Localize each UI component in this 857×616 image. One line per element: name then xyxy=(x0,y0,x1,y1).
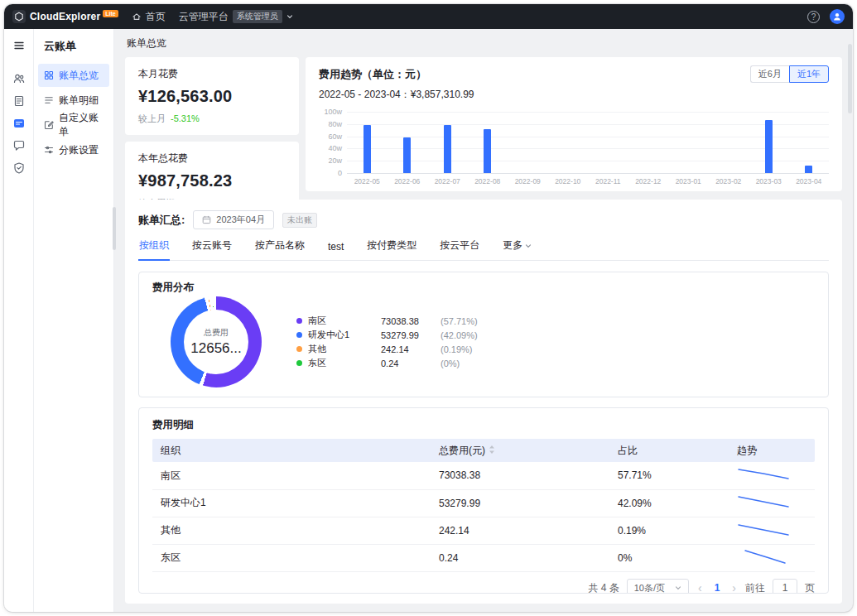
cost-donut: 总费用 12656... xyxy=(171,296,262,387)
help-icon[interactable]: ? xyxy=(807,11,820,23)
tab-3[interactable]: 按产品名称 xyxy=(254,235,306,261)
tab-1[interactable]: 按组织 xyxy=(138,235,170,261)
bar-2022-05 xyxy=(347,112,388,173)
prev-page-icon[interactable]: ‹ xyxy=(696,581,704,594)
legend-dot xyxy=(296,346,302,352)
status-badge: 未出账 xyxy=(282,213,317,228)
donut-center-value: 12656... xyxy=(190,340,241,357)
sort-icon[interactable] xyxy=(489,445,495,457)
billing-module-icon[interactable] xyxy=(8,113,30,133)
tab-5[interactable]: 按付费类型 xyxy=(366,235,417,261)
table-row[interactable]: 南区73038.3857.71% xyxy=(152,462,815,489)
donut-center: 总费用 12656... xyxy=(171,296,262,387)
bar-2023-02 xyxy=(709,112,749,173)
legend-percent: (0%) xyxy=(441,359,460,368)
table-row[interactable]: 其他242.140.19% xyxy=(152,517,815,544)
cost-trend-card: 费用趋势（单位：元） 近6月 近1年 2022-05 - 2023-04：¥3,… xyxy=(306,57,842,191)
y-tick-label: 40w xyxy=(328,144,342,152)
home-icon xyxy=(132,12,142,22)
bill-summary-card: 账单汇总: 2023年04月 未出账 按组织按云账号按产品名称test按付费类型… xyxy=(125,200,842,604)
legend-item[interactable]: 南区73038.38(57.71%) xyxy=(296,315,478,326)
edit-pencil-icon xyxy=(44,120,54,130)
x-tick-label: 2022-12 xyxy=(628,177,669,185)
trend-bar xyxy=(765,120,773,173)
module-rail xyxy=(4,29,34,612)
cost-cell: 242.14 xyxy=(431,517,609,544)
brand-name: CloudExplorer xyxy=(30,10,100,23)
resource-list-icon[interactable] xyxy=(8,91,30,111)
tab-2[interactable]: 按云账号 xyxy=(191,235,233,261)
chevron-down-icon xyxy=(286,13,293,20)
top-navbar: CloudExplorer Lite 首页 云管理平台 系统管理员 ? xyxy=(4,4,853,29)
x-tick-label: 2022-11 xyxy=(588,177,628,185)
org-cell: 东区 xyxy=(152,544,431,571)
main-content: 账单总览 本月花费 ¥126,563.00 较上月-5.31% 本年总花费 ¥9… xyxy=(114,29,853,612)
org-users-icon[interactable] xyxy=(8,69,30,89)
bar-2022-11 xyxy=(588,112,628,173)
x-tick-label: 2023-03 xyxy=(749,177,789,185)
trend-cell xyxy=(729,489,815,517)
ops-chat-icon[interactable] xyxy=(8,136,30,156)
tab-more[interactable]: 更多 xyxy=(502,235,532,261)
compare-label: 较上月 xyxy=(138,113,166,123)
next-page-icon[interactable]: › xyxy=(730,581,738,594)
x-tick-label: 2022-06 xyxy=(388,177,428,185)
bar-2022-06 xyxy=(388,112,428,173)
page-size-select[interactable]: 10条/页 xyxy=(627,579,689,594)
goto-suffix: 页 xyxy=(805,581,815,594)
cost-legend: 南区73038.38(57.71%)研发中心153279.99(42.09%)其… xyxy=(296,315,478,368)
brand-lite-badge: Lite xyxy=(103,10,118,17)
col-cost: 总费用(元) xyxy=(431,439,609,462)
x-tick-label: 2022-05 xyxy=(347,177,388,185)
goto-label: 前往 xyxy=(745,581,765,594)
x-tick-label: 2022-10 xyxy=(548,177,589,185)
monthly-cost-card: 本月花费 ¥126,563.00 较上月-5.31% xyxy=(125,57,299,135)
x-tick-label: 2023-01 xyxy=(668,177,709,185)
navbar-right: ? xyxy=(807,9,845,24)
trend-bar xyxy=(364,125,371,173)
nav-home[interactable]: 首页 xyxy=(132,4,166,29)
sidebar-item-details[interactable]: 账单明细 xyxy=(38,89,109,112)
x-tick-label: 2023-02 xyxy=(709,177,749,185)
trend-chart: 100w80w60w40w20w0 2022-052022-062022-072… xyxy=(319,112,829,185)
range-6m-button[interactable]: 近6月 xyxy=(750,65,789,83)
stat-label: 本年总花费 xyxy=(138,152,286,166)
collapse-menu-icon[interactable] xyxy=(8,36,30,55)
security-shield-icon[interactable] xyxy=(8,158,30,178)
brand-logo-icon xyxy=(12,10,26,23)
trend-title: 费用趋势（单位：元） xyxy=(319,67,426,82)
sidebar-item-custom[interactable]: 自定义账单 xyxy=(38,113,109,137)
tab-6[interactable]: 按云平台 xyxy=(439,235,480,261)
sidebar-scrollbar[interactable] xyxy=(113,207,116,250)
bar-2022-09 xyxy=(508,112,548,173)
table-row[interactable]: 研发中心153279.9942.09% xyxy=(152,489,815,517)
month-picker[interactable]: 2023年04月 xyxy=(193,210,274,229)
app-body: 云账单 账单总览 账单明细 自定义账单 xyxy=(4,29,853,612)
pagination-total: 共 4 条 xyxy=(588,581,619,594)
breadcrumb: 账单总览 xyxy=(125,29,842,57)
trend-bar xyxy=(444,125,451,173)
table-row[interactable]: 东区0.240% xyxy=(152,544,815,571)
summary-tabs: 按组织按云账号按产品名称test按付费类型按云平台 更多 xyxy=(138,235,829,261)
cost-cell: 53279.99 xyxy=(431,489,609,517)
main-scrollbar[interactable] xyxy=(848,44,852,113)
legend-item[interactable]: 东区0.24(0%) xyxy=(296,358,478,368)
summary-title: 账单汇总: xyxy=(138,213,185,228)
goto-page-input[interactable] xyxy=(773,579,797,594)
sidebar-item-split-settings[interactable]: 分账设置 xyxy=(38,138,109,161)
page-size-value: 10条/页 xyxy=(634,582,665,594)
sidebar-item-overview[interactable]: 账单总览 xyxy=(38,64,109,87)
user-avatar[interactable] xyxy=(830,9,845,24)
range-1y-button[interactable]: 近1年 xyxy=(789,65,829,83)
nav-platform-switcher[interactable]: 云管理平台 系统管理员 xyxy=(179,4,293,29)
bar-2022-08 xyxy=(468,112,508,173)
distribution-title: 费用分布 xyxy=(152,281,815,295)
brand[interactable]: CloudExplorer Lite xyxy=(12,10,118,23)
legend-item[interactable]: 其他242.14(0.19%) xyxy=(296,344,478,354)
legend-item[interactable]: 研发中心153279.99(42.09%) xyxy=(296,330,478,340)
legend-percent: (57.71%) xyxy=(441,316,478,326)
x-tick-label: 2022-07 xyxy=(427,177,468,185)
tab-4[interactable]: test xyxy=(327,238,344,261)
trend-sparkline xyxy=(737,466,790,483)
current-page[interactable]: 1 xyxy=(711,582,724,594)
